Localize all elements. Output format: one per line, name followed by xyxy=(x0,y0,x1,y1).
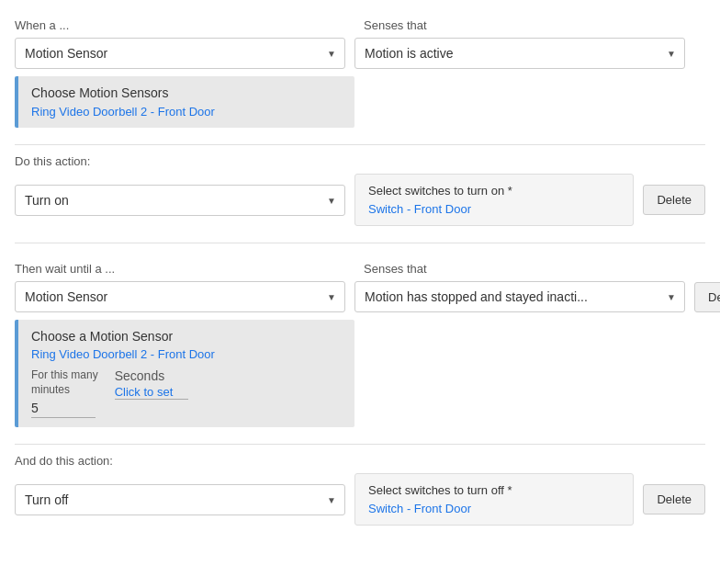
and-section: And do this action: Turn off Select swit… xyxy=(15,454,705,526)
wait-device-select[interactable]: Motion Sensor xyxy=(15,281,345,312)
wait-senses-select[interactable]: Motion has stopped and stayed inacti... xyxy=(354,281,685,312)
and-label: And do this action: xyxy=(15,454,705,468)
wait-section: Then wait until a ... Senses that Motion… xyxy=(15,253,705,427)
do-section: Do this action: Turn on Select switches … xyxy=(15,154,705,226)
divider-3 xyxy=(15,444,705,445)
when-label: When a ... xyxy=(15,18,354,32)
and-action-link[interactable]: Switch - Front Door xyxy=(368,502,471,515)
when-device-select[interactable]: Motion Sensor xyxy=(15,38,345,69)
wait-seconds-col: Seconds Click to set xyxy=(115,368,188,400)
when-choose-title: Choose Motion Sensors xyxy=(31,85,342,100)
wait-choose-link[interactable]: Ring Video Doorbell 2 - Front Door xyxy=(31,347,342,361)
when-senses-select[interactable]: Motion is active xyxy=(354,38,685,69)
wait-choose-title: Choose a Motion Sensor xyxy=(31,329,342,344)
wait-seconds-label: Seconds xyxy=(115,368,188,383)
senses-that-label: Senses that xyxy=(364,18,705,32)
when-choose-link[interactable]: Ring Video Doorbell 2 - Front Door xyxy=(31,105,215,119)
and-action-title: Select switches to turn off * xyxy=(368,483,620,497)
wait-senses-label: Senses that xyxy=(364,262,705,276)
wait-minutes-label: For this manyminutes xyxy=(31,368,98,397)
do-action-select-wrapper[interactable]: Turn on xyxy=(15,185,345,216)
do-action-select[interactable]: Turn on xyxy=(15,185,345,216)
do-action-title: Select switches to turn on * xyxy=(368,184,620,198)
and-action-box: Select switches to turn off * Switch - F… xyxy=(354,473,634,526)
and-action-select-wrapper[interactable]: Turn off xyxy=(15,484,345,515)
divider-2 xyxy=(15,243,705,243)
and-delete-button[interactable]: Delete xyxy=(643,484,705,514)
when-device-select-wrapper[interactable]: Motion Sensor xyxy=(15,38,345,69)
wait-delete-button[interactable]: Delete xyxy=(694,282,720,312)
when-choose-box: Choose Motion Sensors Ring Video Doorbel… xyxy=(15,76,354,128)
wait-senses-select-wrapper[interactable]: Motion has stopped and stayed inacti... xyxy=(354,281,685,312)
and-action-select[interactable]: Turn off xyxy=(15,484,345,515)
wait-device-select-wrapper[interactable]: Motion Sensor xyxy=(15,281,345,312)
wait-minutes-col: For this manyminutes xyxy=(31,368,98,418)
do-action-link[interactable]: Switch - Front Door xyxy=(368,202,471,216)
do-label: Do this action: xyxy=(15,154,705,168)
when-section: When a ... Senses that Motion Sensor Mot… xyxy=(15,9,705,128)
wait-minutes-input[interactable] xyxy=(31,399,96,418)
when-senses-select-wrapper[interactable]: Motion is active xyxy=(354,38,685,69)
do-action-box: Select switches to turn on * Switch - Fr… xyxy=(354,174,634,226)
wait-choose-box: Choose a Motion Sensor Ring Video Doorbe… xyxy=(15,320,354,427)
divider-1 xyxy=(15,144,705,145)
wait-label: Then wait until a ... xyxy=(15,262,354,276)
do-delete-button[interactable]: Delete xyxy=(643,185,705,215)
wait-seconds-link[interactable]: Click to set xyxy=(115,385,188,400)
